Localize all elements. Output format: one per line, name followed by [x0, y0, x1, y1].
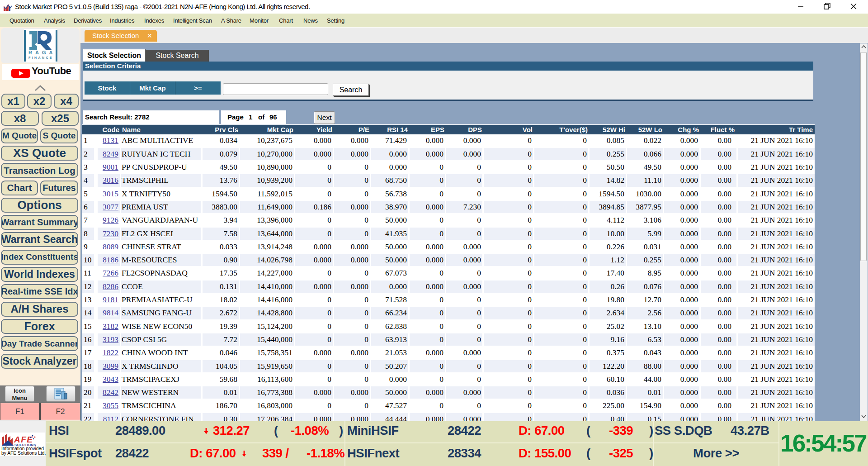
svg-text:RAGA: RAGA	[28, 50, 56, 55]
svg-text:FINANCE: FINANCE	[28, 56, 53, 59]
